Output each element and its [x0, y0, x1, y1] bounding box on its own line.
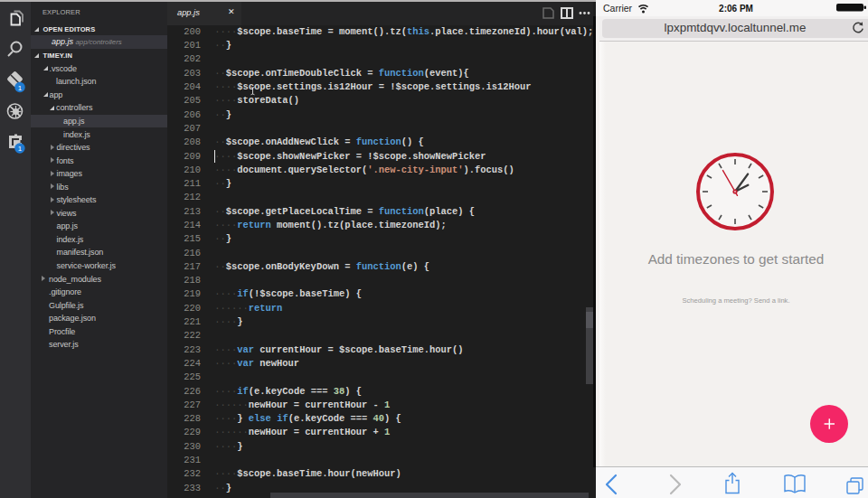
svg-text:1: 1 [18, 145, 23, 153]
svg-text:1: 1 [18, 84, 23, 92]
